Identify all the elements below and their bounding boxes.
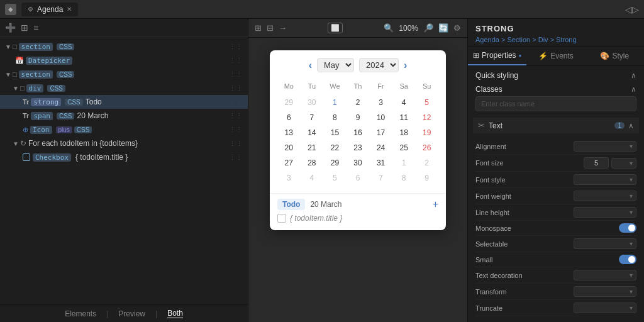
cal-day[interactable]: 22 <box>323 140 347 155</box>
tab-close-button[interactable]: ✕ <box>67 6 72 13</box>
copy-icon[interactable]: ⊞ <box>255 23 262 33</box>
tab-style[interactable]: 🎨 Style <box>586 47 644 65</box>
class-name-input[interactable] <box>475 96 636 111</box>
cal-day[interactable]: 6 <box>347 170 370 186</box>
font-size-input[interactable] <box>584 157 609 169</box>
tree-row-section1[interactable]: ▼ □ section CSS ⋮⋮ <box>0 40 248 53</box>
text-section-toggle[interactable]: ∧ <box>628 121 634 130</box>
add-element-icon[interactable]: ➕ <box>5 23 16 33</box>
cal-day[interactable]: 17 <box>369 125 392 140</box>
cal-day[interactable]: 29 <box>323 155 347 170</box>
cal-day[interactable]: 4 <box>301 170 324 186</box>
cal-day[interactable]: 26 <box>415 140 438 155</box>
font-size-dropdown[interactable]: ▾ <box>611 158 636 169</box>
cal-day[interactable]: 6 <box>277 110 301 125</box>
cal-day[interactable]: 27 <box>277 155 301 170</box>
small-toggle[interactable] <box>619 255 636 264</box>
forward-icon[interactable]: → <box>279 23 287 33</box>
tree-row-foreach1[interactable]: ▼ ↻ For each todoItem in {todoItems} ⋮⋮ <box>0 136 248 150</box>
tree-row-datepicker[interactable]: 📅 Datepicker ⋮⋮ <box>0 53 248 67</box>
cal-day[interactable]: 7 <box>369 170 392 186</box>
quick-styling-header[interactable]: Quick styling ∧ <box>475 71 636 80</box>
cal-day[interactable]: 28 <box>301 155 324 170</box>
calendar-prev-button[interactable]: ‹ <box>309 60 312 71</box>
layout-icon[interactable]: ⊞ <box>21 23 28 33</box>
drag-handle-div1[interactable]: ⋮⋮ <box>229 84 243 92</box>
tree-row-checkbox1[interactable]: Checkbox { todoItem.title } ⋮⋮ <box>0 150 248 164</box>
cal-day[interactable]: 9 <box>415 170 438 186</box>
line-height-dropdown[interactable]: ▾ <box>574 207 636 218</box>
tree-row-section2[interactable]: ▼ □ section CSS ⋮⋮ <box>0 67 248 81</box>
tree-row-icon1[interactable]: ⊕ Icon plus CSS ⋮⋮ <box>0 123 248 136</box>
drag-handle-section1[interactable]: ⋮⋮ <box>229 43 243 51</box>
toggle-section1[interactable]: ▼ <box>5 43 11 50</box>
selectable-dropdown[interactable]: ▾ <box>574 238 636 249</box>
cal-day[interactable]: 7 <box>301 110 324 125</box>
zoom-out-icon[interactable]: 🔍 <box>384 23 394 33</box>
cal-day[interactable]: 29 <box>277 95 301 110</box>
tab-events[interactable]: ⚡ Events <box>526 47 585 65</box>
tree-row-div1[interactable]: ▼ □ div CSS ⋮⋮ <box>0 81 248 95</box>
cal-day[interactable]: 16 <box>347 125 370 140</box>
font-weight-dropdown[interactable]: ▾ <box>574 191 636 201</box>
drag-handle-section2[interactable]: ⋮⋮ <box>229 70 243 79</box>
cal-day[interactable]: 31 <box>369 155 392 170</box>
drag-handle-icon1[interactable]: ⋮⋮ <box>229 126 243 134</box>
cal-day[interactable]: 30 <box>301 95 324 110</box>
cal-day[interactable]: 1 <box>392 155 416 170</box>
tree-row-span1[interactable]: Tr span CSS 20 March ⋮⋮ <box>0 109 248 123</box>
cal-day[interactable]: 30 <box>347 155 370 170</box>
cal-day[interactable]: 8 <box>323 110 347 125</box>
cal-day[interactable]: 25 <box>392 140 416 155</box>
transform-dropdown[interactable]: ▾ <box>574 286 636 297</box>
toggle-section2[interactable]: ▼ <box>5 71 11 78</box>
cal-day[interactable]: 4 <box>392 95 416 110</box>
cal-day[interactable]: 24 <box>369 140 392 155</box>
font-style-dropdown[interactable]: ▾ <box>574 174 636 185</box>
refresh-icon[interactable]: 🔄 <box>438 23 448 33</box>
drag-handle-datepicker[interactable]: ⋮⋮ <box>229 57 243 65</box>
calendar-next-button[interactable]: › <box>404 60 407 71</box>
alignment-dropdown[interactable]: ▾ <box>574 141 636 152</box>
cal-day[interactable]: 18 <box>392 125 416 140</box>
align-icon[interactable]: ≡ <box>33 23 38 33</box>
viewport-icon[interactable]: ⬜ <box>328 23 343 33</box>
cal-day[interactable]: 8 <box>392 170 416 186</box>
text-decoration-dropdown[interactable]: ▾ <box>574 270 636 280</box>
cal-day[interactable]: 3 <box>369 95 392 110</box>
tab-properties[interactable]: ⊞ Properties ● <box>468 47 526 65</box>
cal-day[interactable]: 10 <box>369 110 392 125</box>
toggle-foreach1[interactable]: ▼ <box>13 140 19 147</box>
cal-day[interactable]: 1 <box>323 95 347 110</box>
tab-agenda[interactable]: ⚙ Agenda ✕ <box>21 3 78 16</box>
zoom-in-icon[interactable]: 🔎 <box>423 23 433 33</box>
tab-preview[interactable]: Preview <box>118 309 145 318</box>
todo-add-button[interactable]: + <box>433 199 438 210</box>
monospace-toggle[interactable] <box>619 223 636 233</box>
tab-both[interactable]: Both <box>167 309 183 318</box>
cal-day[interactable]: 20 <box>277 140 301 155</box>
cal-day[interactable]: 11 <box>392 110 416 125</box>
code-toggle-icon[interactable]: ◁▷ <box>625 4 639 14</box>
text-section-header[interactable]: ✂ Text 1 ∧ <box>473 118 639 133</box>
calendar-month-select[interactable]: May <box>317 58 354 72</box>
drag-handle-span1[interactable]: ⋮⋮ <box>229 112 243 120</box>
tree-row-strong1[interactable]: Tr strong CSS Todo ⋮⋮ <box>0 95 248 109</box>
classes-toggle[interactable]: ∧ <box>631 85 636 94</box>
cal-day[interactable]: 14 <box>301 125 324 140</box>
cal-day[interactable]: 15 <box>323 125 347 140</box>
drag-handle-checkbox1[interactable]: ⋮⋮ <box>229 153 243 162</box>
cal-day[interactable]: 19 <box>415 125 438 140</box>
cal-day[interactable]: 5 <box>415 95 438 110</box>
cal-day[interactable]: 13 <box>277 125 301 140</box>
quick-styling-toggle[interactable]: ∧ <box>631 71 636 80</box>
paste-icon[interactable]: ⊟ <box>267 23 274 33</box>
cal-day[interactable]: 2 <box>415 155 438 170</box>
tab-elements[interactable]: Elements <box>65 309 96 318</box>
settings-icon[interactable]: ⚙ <box>453 23 461 33</box>
cal-day[interactable]: 12 <box>415 110 438 125</box>
drag-handle-foreach1[interactable]: ⋮⋮ <box>229 140 243 148</box>
cal-day[interactable]: 23 <box>347 140 370 155</box>
cal-day[interactable]: 21 <box>301 140 324 155</box>
cal-day[interactable]: 9 <box>347 110 370 125</box>
